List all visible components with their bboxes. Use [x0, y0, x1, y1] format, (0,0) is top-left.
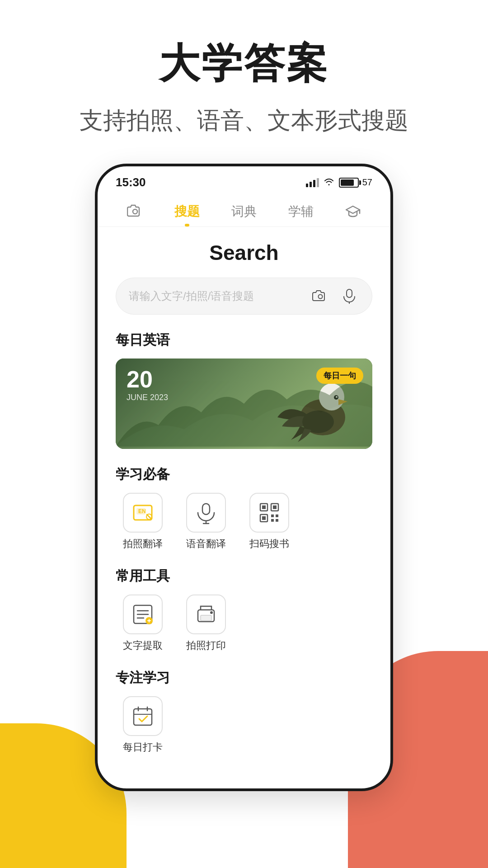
status-time: 15:30 [116, 175, 146, 189]
phone-content: Search 请输入文字/拍照/语音搜题 [98, 227, 390, 788]
tab-tutor[interactable]: 学辅 [279, 198, 323, 226]
daily-checkin-icon [123, 696, 163, 736]
tab-tutor-label: 学辅 [288, 203, 314, 220]
common-tools-grid: 文字提取 拍照打印 [116, 594, 372, 652]
app-subtitle: 支持拍照、语音、文本形式搜题 [0, 105, 488, 137]
focus-study-grid: 每日打卡 [116, 696, 372, 754]
text-extract-icon [123, 594, 163, 634]
svg-point-2 [319, 295, 323, 299]
svg-rect-26 [276, 519, 278, 522]
wifi-icon [324, 177, 334, 189]
nav-tabs: 搜题 词典 学辅 [98, 194, 390, 227]
card-badge[interactable]: 每日一句 [316, 368, 363, 384]
svg-text:EN: EN [138, 508, 146, 514]
tab-grad[interactable] [336, 199, 370, 226]
daily-english-title: 每日英语 [116, 331, 372, 349]
card-date-sub: JUNE 2023 [127, 393, 361, 402]
text-extract-label: 文字提取 [123, 639, 163, 652]
svg-rect-22 [262, 516, 266, 520]
tab-dict[interactable]: 词典 [222, 198, 266, 226]
tool-scan-search[interactable]: 扫码搜书 [242, 493, 296, 551]
svg-point-0 [133, 209, 137, 214]
battery-indicator: 57 [339, 177, 372, 188]
battery-level: 57 [362, 177, 372, 188]
common-tools-title: 常用工具 [116, 567, 372, 585]
tab-camera[interactable] [118, 199, 152, 226]
status-bar: 15:30 [98, 166, 390, 194]
tab-search-label: 搜题 [174, 203, 200, 220]
svg-rect-37 [134, 709, 152, 725]
battery-fill [341, 179, 354, 186]
search-input-placeholder: 请输入文字/拍照/语音搜题 [129, 289, 310, 303]
svg-rect-35 [201, 615, 211, 621]
svg-rect-18 [262, 505, 266, 509]
svg-rect-3 [347, 289, 352, 297]
photo-translate-icon: EN [123, 493, 163, 533]
phone-mockup: 15:30 [0, 164, 488, 791]
camera-icon [127, 203, 143, 220]
voice-translate-icon [186, 493, 226, 533]
app-title: 大学答案 [0, 36, 488, 91]
study-essentials-grid: EN 拍照翻译 [116, 493, 372, 551]
scan-search-icon [249, 493, 289, 533]
battery-icon [339, 178, 359, 188]
phone-frame: 15:30 [95, 164, 393, 791]
tab-dict-label: 词典 [231, 203, 257, 220]
photo-translate-label: 拍照翻译 [123, 537, 163, 551]
search-page-title: Search [116, 241, 372, 265]
tool-photo-translate[interactable]: EN 拍照翻译 [116, 493, 170, 551]
voice-translate-label: 语音翻译 [186, 537, 226, 551]
tool-daily-checkin[interactable]: 每日打卡 [116, 696, 170, 754]
photo-print-label: 拍照打印 [186, 639, 226, 652]
search-bar[interactable]: 请输入文字/拍照/语音搜题 [116, 278, 372, 315]
graduation-icon [345, 203, 361, 220]
svg-rect-23 [271, 514, 274, 517]
svg-rect-14 [202, 504, 210, 514]
voice-search-button[interactable] [339, 286, 359, 306]
svg-rect-24 [276, 514, 278, 517]
study-essentials-title: 学习必备 [116, 465, 372, 484]
daily-english-card[interactable]: 20 JUNE 2023 每日一句 [116, 359, 372, 449]
tab-search[interactable]: 搜题 [165, 198, 209, 226]
daily-checkin-label: 每日打卡 [123, 741, 163, 754]
tool-voice-translate[interactable]: 语音翻译 [179, 493, 233, 551]
focus-study-title: 专注学习 [116, 669, 372, 687]
page-header: 大学答案 支持拍照、语音、文本形式搜题 [0, 0, 488, 137]
photo-print-icon [186, 594, 226, 634]
camera-search-button[interactable] [310, 286, 330, 306]
status-icons: 57 [306, 177, 372, 189]
tool-photo-print[interactable]: 拍照打印 [179, 594, 233, 652]
search-action-icons [310, 286, 359, 306]
svg-rect-25 [271, 519, 274, 522]
svg-point-36 [210, 611, 213, 614]
svg-rect-20 [273, 505, 277, 509]
tool-text-extract[interactable]: 文字提取 [116, 594, 170, 652]
scan-search-label: 扫码搜书 [249, 537, 289, 551]
signal-icon [306, 178, 319, 187]
